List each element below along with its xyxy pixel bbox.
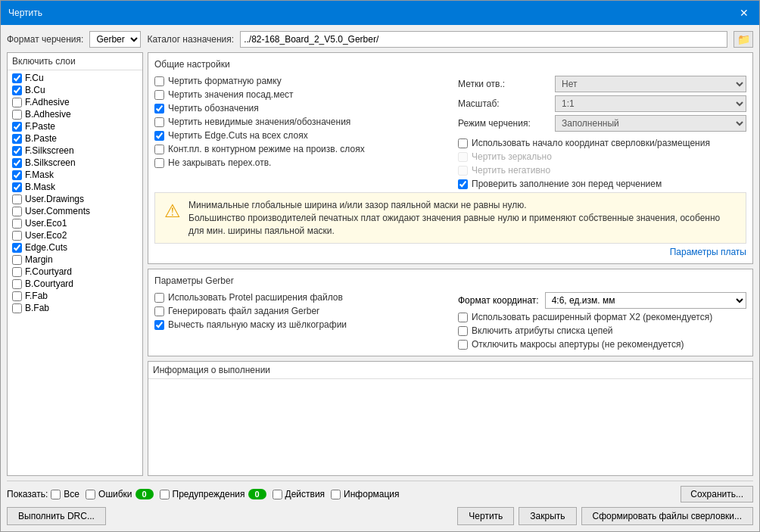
list-item: User.Comments — [11, 205, 139, 217]
gerber-title: Параметры Gerber — [154, 275, 746, 286]
layer-checkbox[interactable] — [12, 73, 22, 83]
layer-checkbox[interactable] — [12, 255, 22, 265]
close-button[interactable]: Закрыть — [519, 507, 576, 525]
gb_job-label: Генерировать файл задания Gerber — [168, 306, 319, 316]
list-item: Чертить Edge.Cuts на всех слоях — [154, 130, 443, 141]
actions-checkbox[interactable] — [273, 490, 282, 499]
layer-checkbox[interactable] — [12, 134, 22, 144]
plot-button[interactable]: Чертить — [457, 507, 514, 525]
cb_neg-checkbox[interactable] — [458, 166, 468, 176]
cb_origin-checkbox[interactable] — [458, 138, 468, 148]
list-item: Использовать Protel расширения файлов — [154, 292, 443, 303]
list-item: User.Drawings — [11, 193, 139, 205]
dest-input[interactable] — [240, 31, 727, 48]
left-settings: Чертить форматную рамкуЧертить значения … — [154, 76, 443, 189]
cb_ref-label: Чертить обозначения — [168, 103, 259, 114]
warning-box: ⚠ Минимальные глобальные ширина и/или за… — [154, 192, 746, 244]
layer-checkbox[interactable] — [12, 207, 22, 216]
list-item: F.Adhesive — [11, 96, 139, 108]
layer-name: B.Mask — [25, 182, 55, 192]
cb_pads-checkbox[interactable] — [154, 90, 164, 100]
layer-checkbox[interactable] — [12, 243, 22, 253]
drill-button[interactable]: Сформировать файлы сверловки... — [581, 507, 753, 525]
folder-button[interactable]: 📁 — [734, 31, 753, 48]
list-item: B.Fab — [11, 302, 139, 314]
layer-name: F.Cu — [25, 73, 44, 83]
gb_job-checkbox[interactable] — [154, 306, 164, 316]
info-checkbox[interactable] — [331, 490, 341, 499]
marks-select[interactable]: Нет — [555, 76, 746, 92]
list-item: B.Silkscreen — [11, 157, 139, 169]
cb_noclose-checkbox[interactable] — [154, 158, 164, 168]
gb_attr-checkbox[interactable] — [458, 326, 468, 336]
layer-name: F.Silkscreen — [25, 145, 74, 156]
layer-checkbox[interactable] — [12, 279, 22, 289]
list-item: Генерировать файл задания Gerber — [154, 306, 443, 316]
coord-row: Формат координат: 4:6, ед.изм. мм — [458, 292, 746, 309]
list-item: F.Paste — [11, 120, 139, 132]
layer-name: B.Courtyard — [25, 278, 73, 289]
cb_mirror-checkbox[interactable] — [458, 152, 468, 162]
gb_attr-label: Включить атрибуты списка цепей — [472, 325, 613, 336]
cb_cont-checkbox[interactable] — [154, 145, 164, 154]
list-item: Использовать начало координат сверловки/… — [458, 138, 746, 148]
cb_invis-label: Чертить невидимые значения/обозначения — [168, 117, 350, 127]
layer-checkbox[interactable] — [12, 182, 22, 192]
main-window: Чертить ✕ Формат черчения: Gerber Катало… — [0, 0, 760, 532]
cb_edge-checkbox[interactable] — [154, 131, 164, 141]
save-button[interactable]: Сохранить... — [681, 486, 753, 502]
layer-checkbox[interactable] — [12, 291, 22, 301]
gerber-right-checks: Использовать расширенный формат X2 (реко… — [458, 312, 746, 350]
layer-checkbox[interactable] — [12, 231, 22, 241]
close-window-button[interactable]: ✕ — [737, 5, 752, 20]
right-settings: Метки отв.: Нет Масштаб: 1:1 — [458, 76, 746, 189]
cb_ref-checkbox[interactable] — [154, 104, 164, 114]
show-item: Показать: Все — [7, 489, 79, 499]
cb_invis-checkbox[interactable] — [154, 117, 164, 127]
errors-checkbox[interactable] — [86, 490, 95, 499]
layer-checkbox[interactable] — [12, 86, 22, 95]
cb_frame-checkbox[interactable] — [154, 76, 164, 86]
gb_protel-label: Использовать Protel расширения файлов — [168, 292, 343, 303]
list-item: B.Adhesive — [11, 108, 139, 120]
cb_edge-label: Чертить Edge.Cuts на всех слоях — [168, 130, 308, 141]
layer-checkbox[interactable] — [12, 267, 22, 277]
all-checkbox[interactable] — [51, 490, 61, 499]
drc-button[interactable]: Выполнить DRC... — [7, 507, 106, 525]
layer-checkbox[interactable] — [12, 146, 22, 156]
layer-checkbox[interactable] — [12, 194, 22, 204]
layer-checkbox[interactable] — [12, 122, 22, 132]
gb_macro-checkbox[interactable] — [458, 340, 468, 350]
dest-label: Каталог назначения: — [147, 34, 234, 45]
gb_protel-checkbox[interactable] — [154, 293, 164, 303]
warning-line1: Минимальные глобальные ширина и/или зазо… — [188, 199, 737, 212]
gb_mask-label: Вычесть паяльную маску из шёлкографии — [168, 319, 347, 330]
bottom-status: Показать: Все Ошибки 0 Предупреждения 0 … — [7, 481, 753, 502]
layer-name: B.Fab — [25, 303, 49, 313]
cb_pads-label: Чертить значения посад.мест — [168, 89, 294, 100]
marks-row: Метки отв.: Нет — [458, 76, 746, 92]
layer-checkbox[interactable] — [12, 98, 22, 107]
list-item: Чертить зеркально — [458, 151, 746, 162]
gb_x2-checkbox[interactable] — [458, 313, 468, 322]
warnings-checkbox[interactable] — [160, 490, 170, 499]
layer-name: User.Eco1 — [25, 218, 67, 229]
layer-checkbox[interactable] — [12, 158, 22, 168]
layer-checkbox[interactable] — [12, 110, 22, 120]
info-label: Информация — [344, 489, 399, 499]
coord-select[interactable]: 4:6, ед.изм. мм — [545, 292, 746, 309]
layer-checkbox[interactable] — [12, 170, 22, 180]
settings-grid: Чертить форматную рамкуЧертить значения … — [154, 76, 746, 189]
gb_mask-checkbox[interactable] — [154, 320, 164, 330]
layer-checkbox[interactable] — [12, 303, 22, 313]
layer-checkbox[interactable] — [12, 219, 22, 229]
params-link[interactable]: Параметры платы — [670, 247, 746, 257]
list-item: Включить атрибуты списка цепей — [458, 325, 746, 336]
scale-select[interactable]: 1:1 — [555, 95, 746, 112]
mode-select[interactable]: Заполненный — [555, 115, 746, 132]
bottom-buttons: Выполнить DRC... Чертить Закрыть Сформир… — [7, 507, 753, 525]
list-item: F.Silkscreen — [11, 145, 139, 157]
mode-label: Режим черчения: — [458, 118, 549, 129]
cb_fill-checkbox[interactable] — [458, 179, 468, 189]
format-select[interactable]: Gerber — [89, 31, 141, 48]
